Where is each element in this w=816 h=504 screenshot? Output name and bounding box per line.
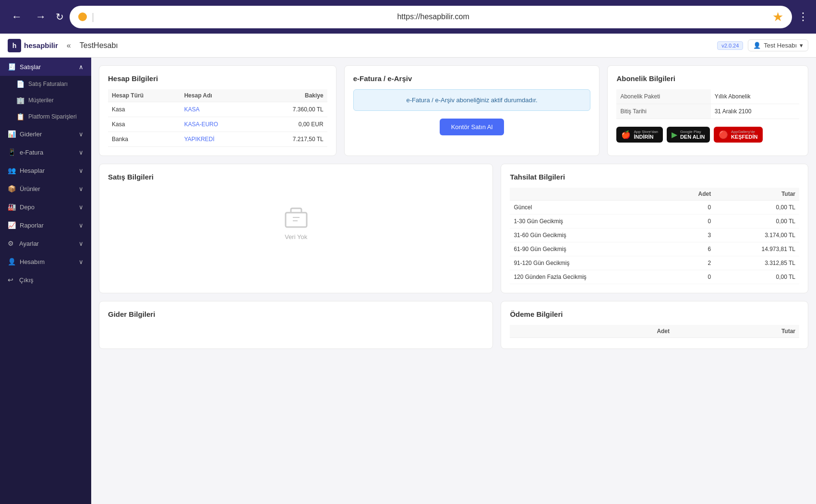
adet-0: 0 [673, 201, 715, 215]
bakiye-2: 0,00 EUR [257, 117, 327, 132]
app-body: 🧾 Satışlar ∧ 📄 Satış Faturaları 🏢 Müşter… [0, 58, 816, 504]
logo-icon: h [8, 39, 21, 52]
sidebar-label-fatura: Satış Faturaları [28, 81, 68, 87]
sidebar-label-hesabim: Hesabım [20, 258, 45, 265]
forward-button[interactable]: → [32, 9, 50, 25]
hesap-ad-2[interactable]: KASA-EURO [180, 117, 257, 132]
back-button[interactable]: ← [8, 9, 26, 25]
page-title: TestHesabı [80, 41, 712, 50]
user-menu[interactable]: 👤 Test Hesabı ▾ [748, 39, 808, 51]
sidebar-item-ayarlar[interactable]: ⚙ Ayarlar ∨ [0, 234, 91, 252]
col-hesap-tur: Hesap Türü [108, 89, 180, 102]
chevron-down-icon-urunler: ∨ [79, 185, 84, 192]
tahsilat-label-0: Güncel [510, 201, 673, 215]
col-adet: Adet [673, 188, 715, 201]
kontor-satin-al-button[interactable]: Kontör Satın Al [440, 119, 504, 135]
bitis-value: 31 Aralık 2100 [711, 104, 799, 119]
chevron-down-icon-hesabim: ∨ [79, 258, 84, 265]
sidebar-item-hesabim[interactable]: 👤 Hesabım ∨ [0, 252, 91, 271]
hesap-ad-1[interactable]: KASA [180, 102, 257, 117]
sidebar-item-efatura[interactable]: 📱 e-Fatura ∨ [0, 143, 91, 161]
chevron-down-icon-ayarlar: ∨ [79, 240, 84, 247]
satis-icon: 🧾 [8, 63, 16, 71]
col-odeme-adet: Adet [554, 325, 673, 338]
sidebar-item-raporlar[interactable]: 📈 Raporlar ∨ [0, 216, 91, 234]
reload-button[interactable]: ↻ [56, 11, 64, 23]
sidebar-item-depo[interactable]: 🏭 Depo ∨ [0, 198, 91, 216]
tahsilat-label-5: 120 Günden Fazla Gecikmiş [510, 270, 673, 284]
googleplay-small: Google Play [680, 130, 705, 134]
app-header: h hesapbilir « TestHesabı v2.0.24 👤 Test… [0, 34, 816, 58]
cikis-icon: ↩ [8, 276, 15, 284]
browser-menu-button[interactable]: ⋮ [798, 11, 808, 23]
sidebar: 🧾 Satışlar ∧ 📄 Satış Faturaları 🏢 Müşter… [0, 58, 91, 504]
cards-row-1: Hesap Bilgileri Hesap Türü Hesap Adı Bak… [99, 65, 808, 156]
giderler-icon: 📊 [8, 130, 16, 138]
appgallery-badge[interactable]: 🔴 AppGallery'de KEŞFEDİN [714, 127, 763, 143]
chevron-down-icon: ▾ [800, 42, 803, 49]
table-row: 31-60 Gün Gecikmiş 3 3.174,00 TL [510, 228, 799, 242]
appstore-badge[interactable]: 🍎 App Store'dan İNDİRİN [616, 127, 662, 143]
googleplay-texts: Google Play DEN ALIN [680, 130, 705, 140]
sidebar-label-depo: Depo [20, 204, 35, 211]
sidebar-item-giderler[interactable]: 📊 Giderler ∨ [0, 125, 91, 143]
tutar-1: 0,00 TL [715, 215, 799, 228]
ayarlar-icon: ⚙ [8, 240, 15, 247]
hesap-table: Hesap Türü Hesap Adı Bakiye Kasa KASA 7.… [108, 89, 327, 147]
efatura-icon: 📱 [8, 148, 16, 156]
sidebar-label-hesaplar: Hesaplar [20, 167, 45, 174]
tutar-4: 3.312,85 TL [715, 256, 799, 270]
efatura-title: e-Fatura / e-Arşiv [353, 74, 591, 83]
musteri-icon: 🏢 [16, 96, 24, 104]
table-row: Güncel 0 0,00 TL [510, 201, 799, 215]
chevron-down-icon-gider: ∨ [79, 131, 84, 138]
googleplay-badge[interactable]: ▶ Google Play DEN ALIN [667, 127, 710, 143]
table-row: 91-120 Gün Gecikmiş 2 3.312,85 TL [510, 256, 799, 270]
url-indicator [78, 12, 87, 21]
adet-1: 0 [673, 215, 715, 228]
col-tutar: Tutar [715, 188, 799, 201]
table-row: Kasa KASA-EURO 0,00 EUR [108, 117, 327, 132]
hesap-tur-3: Banka [108, 132, 180, 147]
app-logo: h hesapbilir [8, 39, 58, 52]
sidebar-item-hesaplar[interactable]: 👥 Hesaplar ∨ [0, 161, 91, 180]
bakiye-3: 7.217,50 TL [257, 132, 327, 147]
table-row: 61-90 Gün Gecikmiş 6 14.973,81 TL [510, 242, 799, 256]
col-odeme-label [510, 325, 554, 338]
tutar-0: 0,00 TL [715, 201, 799, 215]
bookmark-star[interactable]: ★ [772, 10, 783, 24]
hesap-tur-1: Kasa [108, 102, 180, 117]
table-row: Banka YAPIKREDİ 7.217,50 TL [108, 132, 327, 147]
collapse-sidebar-button[interactable]: « [63, 39, 75, 52]
odeme-table: Adet Tutar [510, 325, 799, 338]
adet-3: 6 [673, 242, 715, 256]
sidebar-item-satis-faturalari[interactable]: 📄 Satış Faturaları [0, 76, 91, 92]
hesap-ad-3[interactable]: YAPIKREDİ [180, 132, 257, 147]
sidebar-label-musteri: Müşteriler [28, 97, 54, 104]
raporlar-icon: 📈 [8, 221, 16, 229]
efatura-info-text: e-Fatura / e-Arşiv aboneliğiniz aktif du… [406, 96, 537, 104]
adet-4: 2 [673, 256, 715, 270]
sidebar-item-cikis[interactable]: ↩ Çıkış [0, 271, 91, 289]
googleplay-icon: ▶ [672, 130, 677, 139]
sidebar-label-efatura: e-Fatura [20, 149, 43, 156]
sidebar-item-urunler[interactable]: 📦 Ürünler ∨ [0, 180, 91, 198]
table-row: 1-30 Gün Gecikmiş 0 0,00 TL [510, 215, 799, 228]
satis-title: Satış Bilgileri [108, 173, 484, 181]
hesap-bilgileri-title: Hesap Bilgileri [108, 74, 327, 83]
sidebar-label-satis: Satışlar [20, 63, 41, 71]
card-satis-bilgileri: Satış Bilgileri Veri Yok [99, 164, 493, 293]
chevron-down-icon-depo: ∨ [79, 204, 84, 211]
adet-5: 0 [673, 270, 715, 284]
appstore-texts: App Store'dan İNDİRİN [634, 130, 658, 140]
sidebar-item-satis[interactable]: 🧾 Satışlar ∧ [0, 58, 91, 76]
card-tahsilat-bilgileri: Tahsilat Bilgileri Adet Tutar Güncel 0 [501, 164, 808, 293]
tahsilat-table: Adet Tutar Güncel 0 0,00 TL 1-30 Gün Gec… [510, 188, 799, 284]
user-icon: 👤 [753, 42, 761, 49]
odeme-title: Ödeme Bilgileri [510, 310, 799, 318]
url-bar[interactable]: | https://hesapbilir.com ★ [70, 6, 792, 28]
sidebar-item-platform[interactable]: 📋 Platform Siparişleri [0, 108, 91, 125]
apple-icon: 🍎 [621, 130, 631, 139]
appgallery-icon: 🔴 [719, 130, 728, 139]
sidebar-item-musteriler[interactable]: 🏢 Müşteriler [0, 92, 91, 108]
